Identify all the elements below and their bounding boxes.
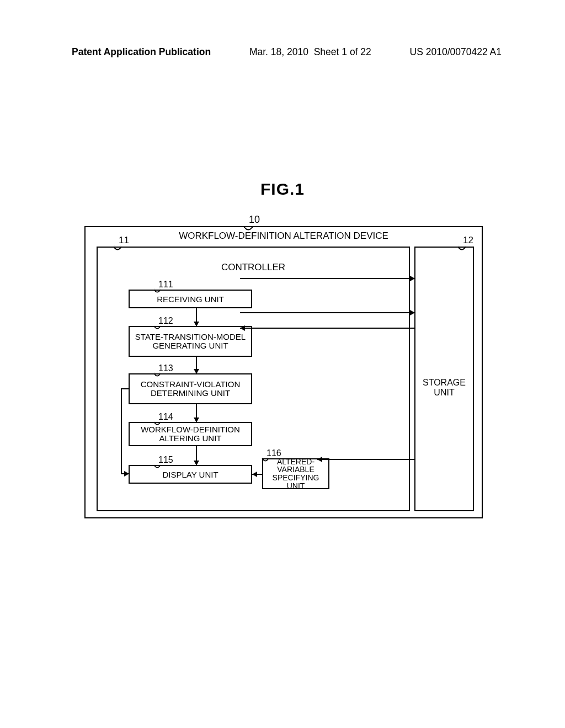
header-publication: Patent Application Publication [72,46,211,58]
connector-line [121,388,129,389]
arrow-down-icon [194,369,199,374]
ref-num-11: 11 [119,235,129,246]
controller-label: CONTROLLER [98,262,409,273]
constraint-violation-determining-unit-box: CONSTRAINT-VIOLATION DETERMINING UNIT [129,373,252,404]
display-unit-box: DISPLAY UNIT [129,465,252,484]
unit-label: ALTERED-VARIABLE SPECIFYING UNIT [263,458,328,490]
ref-num-115: 115 [158,455,173,465]
unit-label: STATE-TRANSITION-MODEL GENERATING UNIT [130,333,251,350]
receiving-unit-box: RECEIVING UNIT [129,290,252,308]
unit-label: WORKFLOW-DEFINITION ALTERING UNIT [130,425,251,443]
device-label: WORKFLOW-DEFINITION ALTERATION DEVICE [86,231,482,242]
controller-box: CONTROLLER 111 RECEIVING UNIT 112 STATE-… [97,247,410,511]
unit-label: CONSTRAINT-VIOLATION DETERMINING UNIT [130,380,251,398]
storage-label: STORAGEUNIT [415,378,473,397]
connector-line [317,459,414,460]
storage-unit-box: STORAGEUNIT [414,247,474,511]
unit-label: RECEIVING UNIT [157,295,224,304]
ref-num-113: 113 [158,363,173,373]
header-date-sheet: Mar. 18, 2010 Sheet 1 of 22 [249,46,371,58]
ref-num-111: 111 [158,280,173,290]
arrow-down-icon [194,322,199,326]
arrow-right-icon [124,471,129,477]
ref-num-12: 12 [463,235,473,246]
workflow-definition-altering-unit-box: WORKFLOW-DEFINITION ALTERING UNIT [129,422,252,446]
arrow-left-icon [240,325,245,331]
arrow-left-icon [252,472,257,477]
altered-variable-specifying-unit-box: ALTERED-VARIABLE SPECIFYING UNIT [262,458,329,489]
arrow-down-icon [194,417,199,422]
figure-title: FIG.1 [0,180,565,199]
header-publication-number: US 2010/0070422 A1 [410,46,502,58]
page-header: Patent Application Publication Mar. 18, … [0,46,565,58]
arrow-left-icon [317,457,322,462]
unit-label: DISPLAY UNIT [162,470,218,479]
connector-line [240,328,414,329]
connector-line [240,312,414,313]
state-transition-model-generating-unit-box: STATE-TRANSITION-MODEL GENERATING UNIT [129,326,252,357]
diagram-device: 10 WORKFLOW-DEFINITION ALTERATION DEVICE… [84,226,483,518]
ref-num-114: 114 [158,412,173,422]
arrow-down-icon [194,461,199,465]
ref-num-112: 112 [158,316,173,326]
connector-line [121,388,122,474]
connector-line [240,278,414,279]
